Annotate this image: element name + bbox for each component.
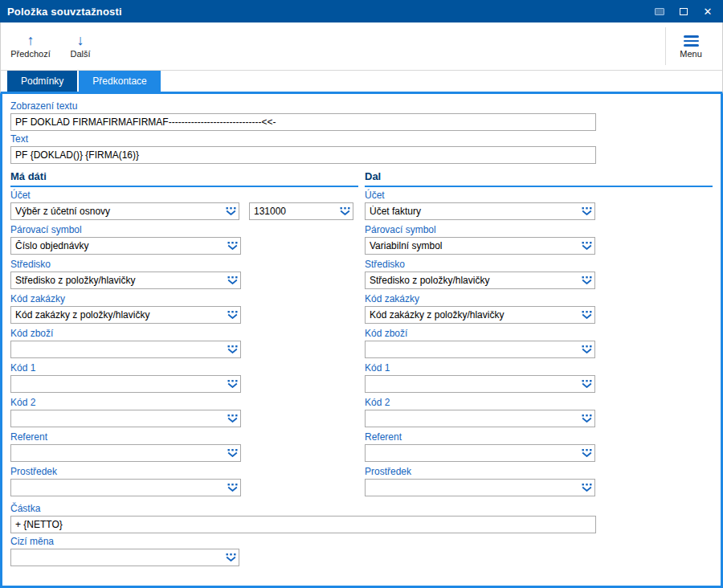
kod-1-right-combo[interactable] (365, 375, 595, 393)
tab-podminky[interactable]: Podmínky (7, 71, 77, 92)
stredisko-left-input[interactable] (11, 275, 224, 286)
field-kod-1-left: Kód 1 (10, 362, 358, 393)
referent-left-combo[interactable] (10, 444, 241, 462)
dropdown-icon[interactable] (578, 238, 594, 254)
dropdown-icon[interactable] (578, 341, 594, 357)
menu-button[interactable]: Menu (666, 24, 716, 68)
dropdown-icon[interactable] (578, 307, 594, 323)
stredisko-left-label: Středisko (10, 259, 358, 270)
kod-1-right-label: Kód 1 (365, 362, 713, 374)
next-button[interactable]: ↓ Další (55, 24, 105, 68)
dropdown-icon[interactable] (578, 376, 594, 392)
title-bar[interactable]: Položka souvztažnosti ✕ (0, 0, 723, 22)
kod-zbozi-left-input[interactable] (11, 344, 224, 355)
kod-zbozi-left-combo[interactable] (10, 341, 241, 358)
kod-zakazky-right-combo[interactable] (365, 306, 595, 324)
ucet-left-account-combo[interactable] (249, 202, 353, 220)
kod-zbozi-right-label: Kód zboží (365, 328, 713, 339)
float-window-button[interactable] (647, 2, 672, 21)
dropdown-icon[interactable] (224, 272, 240, 288)
field-stredisko-right: Středisko (365, 259, 713, 289)
parovaci-symbol-right-label: Párovací symbol (365, 224, 713, 235)
field-kod-zbozi-right: Kód zboží (365, 328, 713, 358)
close-button[interactable]: ✕ (696, 2, 720, 21)
ucet-right-label: Účet (365, 190, 713, 201)
foreign-currency-label: Cizí měna (10, 536, 713, 547)
dropdown-icon[interactable] (224, 480, 240, 496)
foreign-currency-input[interactable] (11, 552, 223, 563)
parovaci-symbol-left-input[interactable] (11, 240, 224, 251)
stredisko-right-combo[interactable] (365, 272, 595, 289)
kod-2-right-label: Kód 2 (365, 397, 713, 408)
tab-predkontace[interactable]: Předkontace (79, 71, 160, 92)
tab-bar: Podmínky Předkontace (0, 71, 723, 94)
kod-zakazky-left-combo[interactable] (10, 306, 241, 324)
dropdown-icon[interactable] (224, 445, 240, 461)
kod-2-left-input[interactable] (11, 413, 224, 424)
display-text-label: Zobrazení textu (10, 100, 713, 112)
prostredek-right-input[interactable] (366, 482, 578, 493)
parovaci-symbol-right-combo[interactable] (365, 237, 595, 255)
predkontace-panel: Zobrazení textu Text Má dáti Účet (0, 94, 723, 588)
field-kod-1-right: Kód 1 (365, 362, 713, 393)
kod-1-right-input[interactable] (366, 378, 578, 390)
kod-1-left-input[interactable] (11, 378, 224, 390)
dropdown-icon[interactable] (224, 307, 240, 323)
parovaci-symbol-right-input[interactable] (366, 240, 578, 251)
maximize-button[interactable] (672, 2, 696, 21)
prostredek-left-input[interactable] (11, 482, 224, 493)
dropdown-icon[interactable] (578, 203, 594, 219)
stredisko-right-input[interactable] (366, 275, 578, 286)
ucet-left-account-input[interactable] (250, 206, 337, 217)
foreign-currency-combo[interactable] (10, 549, 239, 566)
prostredek-left-combo[interactable] (10, 479, 241, 496)
up-arrow-icon: ↑ (27, 34, 35, 47)
referent-right-combo[interactable] (365, 444, 595, 462)
field-stredisko-left: Středisko (10, 259, 358, 289)
text-label: Text (10, 133, 713, 145)
kod-2-right-combo[interactable] (365, 410, 595, 427)
dropdown-icon[interactable] (337, 203, 353, 219)
toolbar-spacer (105, 24, 665, 68)
referent-right-input[interactable] (366, 447, 578, 459)
ucet-right-input[interactable] (366, 206, 578, 217)
ucet-left-combo[interactable] (10, 202, 239, 220)
field-parovaci-symbol-left: Párovací symbol (10, 224, 358, 255)
dropdown-icon[interactable] (578, 480, 594, 496)
kod-zakazky-left-input[interactable] (11, 309, 224, 321)
ucet-left-input[interactable] (11, 206, 223, 217)
parovaci-symbol-left-label: Párovací symbol (10, 224, 358, 235)
ucet-right-combo[interactable] (365, 202, 595, 220)
parovaci-symbol-left-combo[interactable] (10, 237, 241, 255)
amount-input[interactable] (10, 516, 596, 533)
kod-zakazky-right-label: Kód zakázky (365, 293, 713, 304)
stredisko-right-label: Středisko (365, 259, 713, 270)
dropdown-icon[interactable] (224, 376, 240, 392)
dropdown-icon[interactable] (578, 272, 594, 288)
stredisko-left-combo[interactable] (10, 272, 241, 289)
kod-1-left-combo[interactable] (10, 375, 241, 393)
kod-2-right-input[interactable] (366, 413, 578, 424)
dropdown-icon[interactable] (223, 203, 239, 219)
display-text-input[interactable] (10, 113, 596, 131)
field-referent-right: Referent (365, 431, 713, 462)
prostredek-right-combo[interactable] (365, 479, 595, 496)
referent-left-input[interactable] (11, 447, 224, 459)
kod-zbozi-right-combo[interactable] (365, 341, 595, 358)
previous-button[interactable]: ↑ Předchozí (6, 24, 55, 68)
dropdown-icon[interactable] (578, 445, 594, 461)
dropdown-icon[interactable] (223, 549, 239, 566)
menu-button-label: Menu (680, 49, 702, 59)
kod-zbozi-right-input[interactable] (366, 344, 578, 355)
dropdown-icon[interactable] (578, 410, 594, 427)
text-input[interactable] (10, 146, 596, 164)
field-ucet-left: Účet (10, 190, 358, 220)
dropdown-icon[interactable] (224, 410, 240, 427)
prostredek-right-label: Prostředek (365, 466, 713, 477)
kod-zakazky-right-input[interactable] (366, 309, 578, 321)
dropdown-icon[interactable] (224, 238, 240, 254)
field-parovaci-symbol-right: Párovací symbol (365, 224, 713, 255)
dropdown-icon[interactable] (224, 341, 240, 357)
field-ucet-right: Účet (365, 190, 713, 220)
kod-2-left-combo[interactable] (10, 410, 241, 427)
